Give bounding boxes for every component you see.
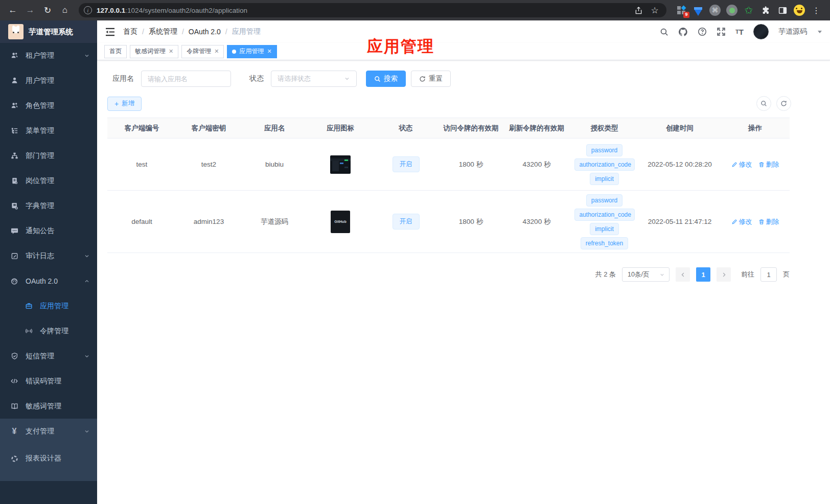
select-caret-icon [344, 76, 350, 82]
sidebar-item-sms[interactable]: 短信管理 [0, 343, 97, 369]
breadcrumb-system[interactable]: 系统管理 [149, 27, 177, 36]
page-number-1[interactable]: 1 [696, 267, 710, 282]
extension-command-icon[interactable]: ⌘ [708, 4, 722, 17]
briefcase-icon [25, 302, 33, 310]
edit-button[interactable]: 修改 [731, 217, 752, 226]
sidebar-item-dictionary[interactable]: 字典管理 [0, 193, 97, 218]
search-icon [760, 100, 767, 107]
breadcrumb-oauth[interactable]: OAuth 2.0 [189, 28, 221, 36]
add-button[interactable]: + 新增 [107, 97, 142, 111]
chevron-down-icon [84, 428, 90, 434]
refresh-icon [419, 76, 426, 82]
chevron-right-icon [721, 272, 727, 278]
tenants-icon [10, 52, 18, 59]
sidebar-item-notices[interactable]: 通知公告 [0, 218, 97, 243]
sidebar-collapse-icon[interactable] [105, 28, 115, 36]
profile-avatar-icon[interactable] [793, 4, 806, 17]
edit-button[interactable]: 修改 [731, 160, 752, 169]
close-icon[interactable]: ✕ [214, 48, 219, 55]
browser-forward-icon[interactable]: → [22, 3, 38, 18]
user-name: 芋道源码 [778, 27, 807, 36]
close-icon[interactable]: ✕ [267, 48, 271, 55]
sidebar-item-payments[interactable]: ¥ 支付管理 [0, 419, 97, 444]
created-at: 2022-05-12 00:28:20 [639, 157, 721, 171]
chevron-up-icon [84, 278, 90, 284]
tags-view-bar: 首页 敏感词管理✕ 令牌管理✕ 应用管理✕ [97, 43, 830, 60]
tab-sensitive-words[interactable]: 敏感词管理✕ [130, 45, 178, 58]
toggle-search-button[interactable] [756, 96, 771, 111]
client-id: default [107, 215, 176, 228]
browser-home-icon[interactable]: ⌂ [57, 3, 73, 18]
breadcrumb: 首页 / 系统管理 / OAuth 2.0 / 应用管理 [123, 27, 261, 36]
font-size-icon[interactable]: TT [735, 28, 744, 36]
token-broadcast-icon [25, 327, 33, 335]
sidebar-item-roles[interactable]: 角色管理 [0, 93, 97, 118]
sidebar-item-departments[interactable]: 部门管理 [0, 143, 97, 168]
sidebar-item-oauth-applications[interactable]: 应用管理 [0, 293, 97, 318]
sidebar-filler [0, 473, 97, 481]
chevron-left-icon [680, 272, 686, 278]
app-name-input[interactable] [141, 71, 231, 87]
edit-pencil-icon [731, 162, 737, 168]
sidebar-item-report-designer[interactable]: 报表设计器 [0, 444, 97, 473]
pagination: 共 2 条 10条/页 1 前往 页 [107, 267, 790, 282]
refresh-token-ttl: 43200 秒 [503, 214, 570, 230]
sidebar-item-tenants[interactable]: 租户管理 [0, 43, 97, 68]
user-icon [10, 77, 18, 84]
browser-back-icon[interactable]: ← [5, 3, 20, 18]
sidebar-item-error-codes[interactable]: 错误码管理 [0, 369, 97, 394]
delete-button[interactable]: 删除 [758, 217, 779, 226]
goto-page-input[interactable] [760, 267, 777, 282]
browser-reload-icon[interactable]: ↻ [40, 3, 55, 18]
browser-menu-icon[interactable]: ⋮ [810, 4, 823, 17]
address-bar[interactable]: i 127.0.0.1:1024/system/oauth2/oauth2/ap… [79, 3, 666, 17]
sidebar-item-menus[interactable]: 菜单管理 [0, 118, 97, 143]
sidebar-item-posts[interactable]: 岗位管理 [0, 168, 97, 193]
site-info-icon[interactable]: i [84, 6, 92, 14]
next-page-button[interactable] [717, 267, 731, 282]
help-icon[interactable] [698, 27, 707, 36]
header-search-icon[interactable] [660, 28, 668, 36]
code-icon [10, 377, 18, 385]
share-icon[interactable] [632, 4, 645, 17]
user-menu-caret-icon[interactable] [818, 31, 822, 33]
app-name-label: 应用名 [112, 74, 134, 83]
search-button[interactable]: 搜索 [366, 71, 406, 87]
side-panel-icon[interactable] [776, 4, 789, 17]
sidebar-item-oauth2[interactable]: OAuth 2.0 [0, 268, 97, 293]
sidebar-item-sensitive-words[interactable]: 敏感词管理 [0, 394, 97, 419]
extensions-puzzle-icon[interactable] [759, 4, 772, 17]
delete-button[interactable]: 删除 [758, 160, 779, 169]
reset-button[interactable]: 重置 [411, 71, 451, 87]
refresh-table-button[interactable] [776, 96, 791, 111]
user-avatar[interactable] [753, 24, 769, 39]
dict-icon [10, 202, 18, 210]
bookmark-star-icon[interactable]: ☆ [648, 4, 661, 17]
sidebar-menu: 租户管理 用户管理 角色管理 菜单管理 部门管理 岗位管理 [0, 43, 97, 504]
select-caret-icon [659, 272, 665, 278]
sidebar-item-oauth-tokens[interactable]: 令牌管理 [0, 318, 97, 343]
url-text: 127.0.0.1:1024/system/oauth2/oauth2/appl… [97, 7, 247, 14]
grant-type-tags: password authorization_code implicit ref… [572, 194, 637, 249]
extension-gem-icon[interactable] [691, 4, 705, 17]
page-size-select[interactable]: 10条/页 [622, 267, 670, 282]
extension-star-icon[interactable]: ✩ [742, 4, 755, 17]
extension-recorder-icon[interactable] [725, 4, 739, 17]
sidebar-item-audit-log[interactable]: 审计日志 [0, 243, 97, 268]
status-select[interactable]: 请选择状态 [271, 71, 357, 87]
menu-tree-icon [10, 127, 18, 134]
prev-page-button[interactable] [676, 267, 690, 282]
app-logo-row[interactable]: 芋道管理系统 [0, 20, 97, 43]
tab-home[interactable]: 首页 [104, 45, 127, 58]
filter-form: 应用名 状态 请选择状态 搜索 重置 [107, 71, 830, 87]
fullscreen-icon[interactable] [717, 27, 726, 36]
tab-token-management[interactable]: 令牌管理✕ [181, 45, 224, 58]
breadcrumb-home[interactable]: 首页 [123, 27, 137, 36]
tab-application-management[interactable]: 应用管理✕ [227, 45, 276, 58]
close-icon[interactable]: ✕ [169, 48, 173, 55]
applications-table: 客户端编号 客户端密钥 应用名 应用图标 状态 访问令牌的有效期 刷新令牌的有效… [107, 118, 790, 253]
extension-grid-icon[interactable]: 9 [675, 4, 688, 17]
github-icon[interactable] [678, 27, 688, 37]
plus-icon: + [114, 100, 119, 107]
sidebar-item-users[interactable]: 用户管理 [0, 68, 97, 93]
